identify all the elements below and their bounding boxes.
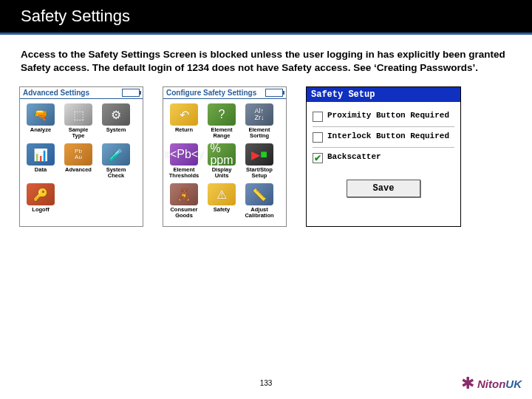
units-icon: %ppm xyxy=(208,143,236,166)
sample-type-icon: ⬚ xyxy=(64,103,92,126)
safety-setup-dialog: Safety Setup Proximity Button Required I… xyxy=(306,86,461,227)
item-analyze[interactable]: 🔫Analyze xyxy=(23,103,58,142)
item-element-thresholds[interactable]: x<Pb<yElement Thresholds xyxy=(166,143,202,182)
item-adjust-calibration[interactable]: 📏Adjust Calibration xyxy=(242,183,277,222)
analyzer-icon: 🔫 xyxy=(27,103,55,126)
slide-title: Safety Settings xyxy=(21,7,130,26)
checkbox-backscatter[interactable] xyxy=(313,153,323,163)
item-sample-type[interactable]: ⬚Sample Type xyxy=(61,103,96,142)
battery-icon xyxy=(265,89,283,97)
panel-a-divider xyxy=(20,98,143,99)
item-display-units[interactable]: %ppmDisplay Units xyxy=(204,143,239,182)
label-proximity: Proximity Button Required xyxy=(327,111,449,120)
panel-b-header: Configure Safety Settings xyxy=(163,87,286,98)
warning-icon: ⚠ xyxy=(208,183,236,205)
panel-advanced-settings: Advanced Settings 🔫Analyze ⬚Sample Type … xyxy=(19,86,143,227)
sort-icon: Al↑Zr↓ xyxy=(245,103,273,126)
consumer-goods-icon: 🧸 xyxy=(170,183,198,205)
option-interlock[interactable]: Interlock Button Required xyxy=(313,129,454,146)
battery-icon xyxy=(122,89,140,97)
thresholds-icon: x<Pb<y xyxy=(170,143,198,166)
option-divider xyxy=(313,147,454,148)
slide-title-bar: Safety Settings xyxy=(0,0,532,33)
option-divider xyxy=(313,126,454,127)
panel-b-divider xyxy=(163,98,286,99)
system-icon: ⚙ xyxy=(102,103,130,126)
item-safety[interactable]: ⚠Safety xyxy=(204,183,239,222)
calibration-icon: 📏 xyxy=(245,183,273,205)
item-system[interactable]: ⚙System xyxy=(98,103,134,142)
panel-b-grid: ↶Return ?Element Range Al↑Zr↓Element Sor… xyxy=(163,101,286,226)
panel-configure-safety: Configure Safety Settings ↶Return ?Eleme… xyxy=(163,86,287,227)
start-stop-icon: ▶■ xyxy=(245,143,273,166)
system-check-icon: 🧪 xyxy=(102,143,130,166)
panel-a-title: Advanced Settings xyxy=(23,89,89,97)
save-button[interactable]: Save xyxy=(347,180,420,197)
question-icon: ? xyxy=(208,103,236,126)
item-start-stop[interactable]: ▶■Start/Stop Setup xyxy=(242,143,277,182)
page-number: 133 xyxy=(0,379,532,387)
item-element-sorting[interactable]: Al↑Zr↓Element Sorting xyxy=(242,103,277,142)
key-icon: 🔑 xyxy=(27,183,55,205)
checkbox-proximity[interactable] xyxy=(313,112,323,122)
dialog-title: Safety Setup xyxy=(307,87,460,102)
item-consumer-goods[interactable]: 🧸Consumer Goods xyxy=(166,183,202,222)
slide-body-text: Access to the Safety Settings Screen is … xyxy=(0,35,532,82)
checkbox-interlock[interactable] xyxy=(313,132,323,143)
item-element-range[interactable]: ?Element Range xyxy=(204,103,239,142)
advanced-icon: PbAu xyxy=(64,143,92,166)
item-advanced[interactable]: PbAuAdvanced xyxy=(61,143,96,182)
panel-a-header: Advanced Settings xyxy=(20,87,143,98)
panel-a-grid: 🔫Analyze ⬚Sample Type ⚙System 📊Data PbAu… xyxy=(20,101,143,226)
panel-b-title: Configure Safety Settings xyxy=(166,89,256,97)
label-interlock: Interlock Button Required xyxy=(327,132,449,141)
logo-text: NitonUK xyxy=(477,378,522,390)
logo-atom-icon: ✱ xyxy=(461,374,474,393)
option-backscatter[interactable]: Backscatter xyxy=(313,149,454,166)
dialog-footer: Save xyxy=(313,166,454,203)
item-data[interactable]: 📊Data xyxy=(23,143,58,182)
label-backscatter: Backscatter xyxy=(327,152,381,162)
screenshot-row: Advanced Settings 🔫Analyze ⬚Sample Type … xyxy=(0,82,532,227)
brand-logo: ✱ NitonUK xyxy=(461,374,522,393)
return-arrow-icon: ↶ xyxy=(170,103,198,126)
item-logoff[interactable]: 🔑Logoff xyxy=(23,183,58,222)
option-proximity[interactable]: Proximity Button Required xyxy=(313,108,454,125)
dialog-body: Proximity Button Required Interlock Butt… xyxy=(307,102,460,208)
item-system-check[interactable]: 🧪System Check xyxy=(98,143,134,182)
data-icon: 📊 xyxy=(27,143,55,166)
item-return[interactable]: ↶Return xyxy=(166,103,202,142)
